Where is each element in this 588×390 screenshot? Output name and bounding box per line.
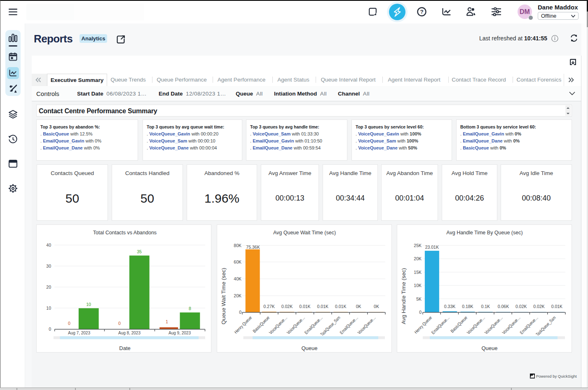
svg-text:0.06K: 0.06K [498,304,509,309]
svg-text:5K: 5K [416,297,422,301]
svg-text:0K: 0K [356,304,361,309]
svg-text:Queue Wait Time (sec): Queue Wait Time (sec) [220,268,227,325]
svg-text:BasicQueue: BasicQueue [252,315,270,334]
svg-text:0.27K: 0.27K [263,304,274,309]
svg-text:Queue: Queue [301,345,317,351]
svg-text:Avg Handle Time By Queue (sec): Avg Handle Time By Queue (sec) [446,230,522,236]
svg-text:0.02K: 0.02K [533,304,544,309]
svg-text:Queue: Queue [481,345,497,351]
svg-text:1: 1 [166,319,168,324]
svg-text:VoiceQueue…: VoiceQueue… [286,315,306,335]
svg-text:20K: 20K [234,293,241,298]
svg-text:75.36K: 75.36K [246,245,260,250]
svg-text:VoiceQueue…: VoiceQueue… [356,315,377,335]
svg-text:BasicQueue: BasicQueue [450,315,468,334]
svg-text:0.33K: 0.33K [444,304,455,309]
svg-text:Avg Queue Wait Time (sec): Avg Queue Wait Time (sec) [273,230,336,236]
svg-text:EmailQueue…: EmailQueue… [430,315,450,335]
svg-text:VoiceQueue…: VoiceQueue… [268,315,288,335]
svg-text:20K: 20K [414,256,422,261]
svg-text:0.02K: 0.02K [515,304,527,309]
svg-text:EmailQueue…: EmailQueue… [339,315,359,335]
svg-text:Aug 7, 2023: Aug 7, 2023 [68,331,90,335]
svg-text:0.01K: 0.01K [551,304,562,309]
svg-text:0: 0 [118,321,121,326]
svg-text:60K: 60K [234,259,241,264]
svg-text:Aug 8, 2023: Aug 8, 2023 [118,331,141,335]
svg-text:80K: 80K [234,243,241,248]
svg-text:VoiceQueue…: VoiceQueue… [501,315,521,335]
svg-text:23.01K: 23.01K [425,245,439,250]
svg-text:0: 0 [68,321,70,326]
svg-text:15K: 15K [414,270,422,275]
svg-text:30: 30 [46,264,51,269]
svg-text:Total Contacts vs Abandons: Total Contacts vs Abandons [93,230,157,236]
svg-text:VoiceQueue…: VoiceQueue… [483,315,504,335]
svg-text:40: 40 [46,243,51,248]
svg-text:0.18K: 0.18K [462,304,473,309]
svg-text:Date: Date [119,345,130,351]
svg-text:20: 20 [46,285,51,290]
svg-text:0.02K: 0.02K [281,304,293,309]
svg-text:0.01K: 0.01K [335,304,346,309]
svg-text:?: ? [420,9,423,15]
svg-text:VoiceQueue…: VoiceQueue… [466,315,486,335]
svg-text:0: 0 [239,310,241,315]
svg-text:10K: 10K [414,283,422,288]
svg-text:0.1K: 0.1K [481,304,490,309]
svg-text:Aug 9, 2023: Aug 9, 2023 [169,331,191,335]
svg-text:35: 35 [137,249,142,254]
svg-text:25K: 25K [414,243,422,248]
svg-text:0.01K: 0.01K [317,304,328,309]
svg-text:10: 10 [86,302,91,307]
svg-text:40K: 40K [234,276,241,281]
svg-text:0K: 0K [374,304,379,309]
svg-text:10: 10 [46,306,51,311]
svg-text:Avg Handle Time (sec): Avg Handle Time (sec) [401,268,407,324]
svg-text:0: 0 [419,310,422,315]
svg-text:8: 8 [189,306,191,311]
svg-text:Henry Queue: Henry Queue [233,315,253,334]
svg-text:0: 0 [49,327,51,332]
svg-text:0.01K: 0.01K [299,304,310,309]
